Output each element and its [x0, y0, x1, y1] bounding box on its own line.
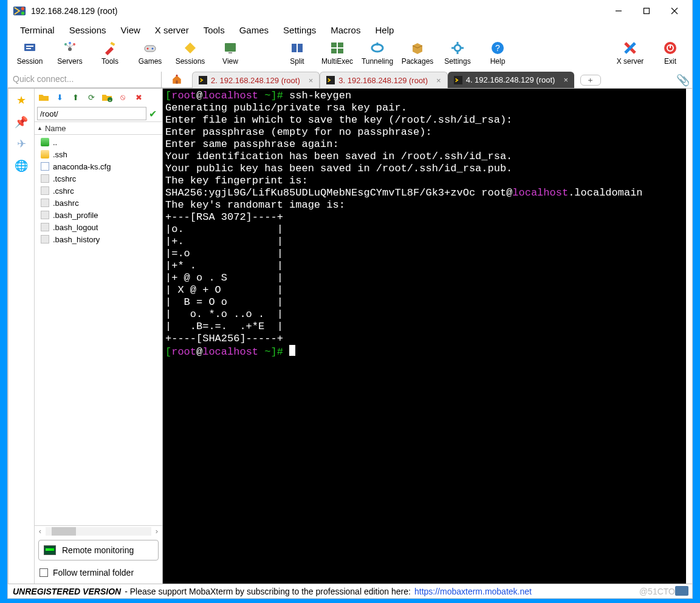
status-link[interactable]: https://mobaxterm.mobatek.net	[414, 587, 532, 596]
main-toolbar: Session Servers Tools Games Sessions Vie…	[8, 38, 692, 72]
file-icon	[41, 199, 49, 207]
tool-xserver[interactable]: X server	[614, 40, 646, 66]
tab-close-icon[interactable]: ×	[309, 76, 314, 85]
list-item[interactable]: .bash_history	[41, 233, 162, 245]
menu-terminal[interactable]: Terminal	[14, 24, 61, 36]
close-button[interactable]	[661, 2, 688, 20]
menu-settings[interactable]: Settings	[277, 24, 322, 36]
list-item[interactable]: .bash_logout	[41, 221, 162, 233]
tool-servers[interactable]: Servers	[54, 40, 86, 66]
minimize-button[interactable]	[605, 2, 633, 20]
terminal[interactable]: [root@localhost ~]# ssh-keygen Generatin…	[163, 89, 686, 584]
tool-multiexec[interactable]: MultiExec	[321, 40, 353, 66]
watermark: @51CTO	[639, 587, 675, 596]
monitor-tray-icon[interactable]	[675, 586, 688, 596]
add-tab-button[interactable]: ＋	[580, 75, 601, 86]
menu-xserver[interactable]: X server	[149, 24, 195, 36]
tool-view[interactable]: View	[214, 40, 246, 66]
svg-point-13	[68, 47, 72, 51]
tool-help[interactable]: ?Help	[482, 40, 513, 66]
upload-icon[interactable]: ⬆	[70, 92, 81, 103]
horizontal-scrollbar[interactable]: ‹›	[35, 525, 162, 536]
quick-connect-input[interactable]: Quick connect...	[8, 72, 162, 88]
svg-rect-25	[331, 43, 337, 47]
file-list-header[interactable]: ▲Name	[35, 121, 162, 135]
status-bar: UNREGISTERED VERSION - Please support Mo…	[8, 584, 692, 598]
svg-line-16	[70, 44, 74, 47]
status-message: - Please support MobaXterm by subscribin…	[125, 587, 411, 596]
svg-rect-22	[228, 52, 232, 53]
terminal-icon	[199, 76, 207, 84]
menu-help[interactable]: Help	[369, 24, 400, 36]
terminal-scrollbar[interactable]	[686, 89, 692, 584]
menu-sessions[interactable]: Sessions	[63, 24, 112, 36]
refresh-icon[interactable]: ⟳	[86, 92, 97, 103]
folder-up-icon	[41, 138, 49, 146]
app-window: 192.168.248.129 (root) Terminal Sessions…	[8, 0, 692, 598]
list-item[interactable]: .ssh	[41, 148, 162, 160]
pin-icon[interactable]: 📌	[14, 115, 29, 129]
tab-close-icon[interactable]: ×	[563, 75, 568, 84]
svg-rect-24	[298, 44, 303, 52]
file-icon	[41, 235, 49, 244]
file-icon	[41, 186, 49, 195]
favorite-icon[interactable]: ★	[14, 94, 29, 107]
remote-monitoring-button[interactable]: Remote monitoring	[38, 540, 159, 560]
svg-rect-4	[644, 9, 650, 14]
new-folder-icon[interactable]: +	[101, 92, 112, 103]
maximize-button[interactable]	[633, 2, 661, 20]
content-area: ★ 📌 ✈ 🌐 ⬇ ⬆ ⟳ + ⦸ ✖ ✔ ▲Name .. .ssh	[8, 89, 692, 584]
list-item[interactable]: .bash_profile	[41, 209, 162, 221]
svg-text:+: +	[109, 98, 111, 102]
menu-games[interactable]: Games	[233, 24, 275, 36]
svg-rect-21	[225, 43, 236, 52]
list-item[interactable]: ..	[41, 136, 162, 148]
path-input[interactable]	[37, 107, 146, 120]
menu-tools[interactable]: Tools	[197, 24, 231, 36]
svg-point-2	[21, 12, 25, 15]
svg-point-20	[152, 48, 154, 50]
list-item[interactable]: anaconda-ks.cfg	[41, 160, 162, 172]
tab-close-icon[interactable]: ×	[436, 76, 441, 85]
stop-icon[interactable]: ⦸	[117, 92, 128, 103]
tab-3[interactable]: 3. 192.168.248.129 (root) ×	[320, 72, 447, 88]
file-list: .. .ssh anaconda-ks.cfg .tcshrc .cshrc .…	[35, 135, 162, 525]
tool-session[interactable]: Session	[14, 40, 46, 66]
checkbox-icon[interactable]	[39, 568, 48, 577]
paperclip-icon[interactable]: 📎	[674, 72, 692, 88]
terminal-icon	[326, 76, 335, 84]
tool-tunneling[interactable]: Tunneling	[362, 40, 393, 66]
list-item[interactable]: .bashrc	[41, 197, 162, 209]
tool-tools[interactable]: Tools	[94, 40, 126, 66]
tool-settings[interactable]: Settings	[442, 40, 473, 66]
menu-macros[interactable]: Macros	[324, 24, 366, 36]
folder-open-icon[interactable]	[38, 92, 49, 103]
path-ok-icon: ✔	[149, 108, 160, 120]
tab-2[interactable]: 2. 192.168.248.129 (root) ×	[192, 72, 320, 88]
globe-icon[interactable]: 🌐	[14, 159, 29, 172]
send-icon[interactable]: ✈	[14, 137, 29, 151]
tab-4[interactable]: 4. 192.168.248.129 (root) ×	[448, 72, 574, 88]
file-icon	[41, 223, 49, 231]
follow-terminal-option[interactable]: Follow terminal folder	[35, 564, 162, 584]
svg-text:?: ?	[495, 43, 500, 53]
tool-games[interactable]: Games	[134, 40, 166, 66]
list-item[interactable]: .tcshrc	[41, 172, 162, 185]
tool-sessions[interactable]: Sessions	[174, 40, 206, 66]
tool-exit[interactable]: Exit	[654, 40, 686, 66]
tool-split[interactable]: Split	[281, 40, 313, 66]
download-icon[interactable]: ⬇	[54, 92, 65, 103]
svg-line-14	[66, 44, 70, 47]
svg-rect-28	[338, 49, 343, 53]
menu-view[interactable]: View	[115, 24, 146, 36]
side-strip: ★ 📌 ✈ 🌐	[8, 89, 35, 584]
svg-rect-17	[110, 42, 115, 46]
delete-icon[interactable]: ✖	[133, 92, 144, 103]
list-item[interactable]: .cshrc	[41, 185, 162, 197]
svg-rect-26	[338, 43, 343, 47]
tab-home[interactable]	[162, 72, 192, 88]
svg-rect-27	[331, 49, 337, 53]
monitor-icon	[44, 545, 56, 555]
tool-packages[interactable]: Packages	[402, 40, 433, 66]
terminal-icon	[454, 76, 462, 84]
